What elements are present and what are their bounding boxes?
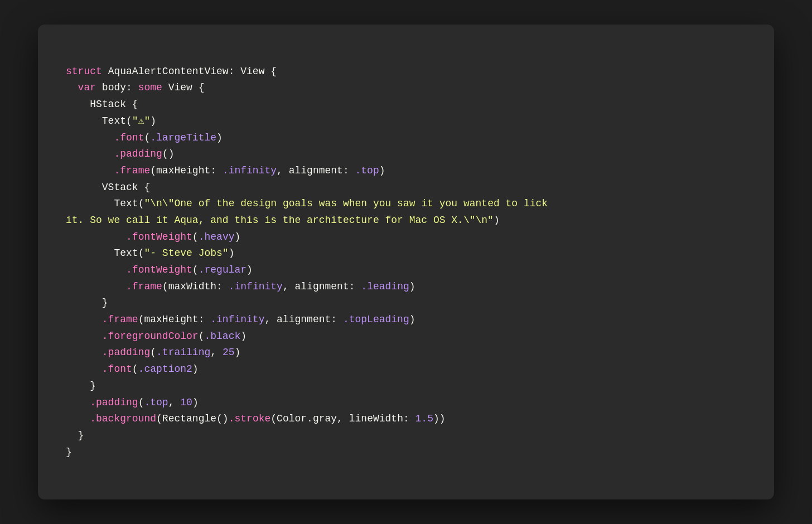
code-content: struct AquaAlertContentView: View { var … [66, 47, 746, 477]
line-13: .fontWeight(.regular) [66, 264, 253, 275]
line-12: Text("- Steve Jobs") [66, 248, 234, 259]
line-24: } [66, 447, 72, 458]
line-19: .font(.caption2) [66, 363, 199, 375]
line-1: struct AquaAlertContentView: View { [66, 66, 277, 77]
line-23: } [66, 430, 84, 441]
line-6: .padding() [66, 148, 174, 159]
line-9: Text("\n\"One of the design goals was wh… [66, 198, 548, 209]
line-17: .foregroundColor(.black) [66, 331, 246, 342]
line-5: .font(.largeTitle) [66, 132, 223, 143]
line-21: .padding(.top, 10) [66, 397, 199, 408]
line-8: VStack { [66, 182, 150, 193]
line-15: } [66, 297, 108, 308]
code-window: struct AquaAlertContentView: View { var … [38, 25, 774, 499]
line-2: var body: some View { [66, 82, 204, 93]
line-16: .frame(maxHeight: .infinity, alignment: … [66, 314, 415, 325]
line-11: .fontWeight(.heavy) [66, 231, 240, 242]
line-14: .frame(maxWidth: .infinity, alignment: .… [66, 281, 415, 292]
line-7: .frame(maxHeight: .infinity, alignment: … [66, 165, 385, 176]
line-3: HStack { [66, 99, 138, 110]
line-20: } [66, 380, 96, 391]
line-4: Text("⚠️") [66, 115, 156, 127]
line-10: it. So we call it Aqua, and this is the … [66, 215, 500, 226]
line-18: .padding(.trailing, 25) [66, 347, 240, 358]
line-22: .background(Rectangle().stroke(Color.gra… [66, 413, 446, 424]
